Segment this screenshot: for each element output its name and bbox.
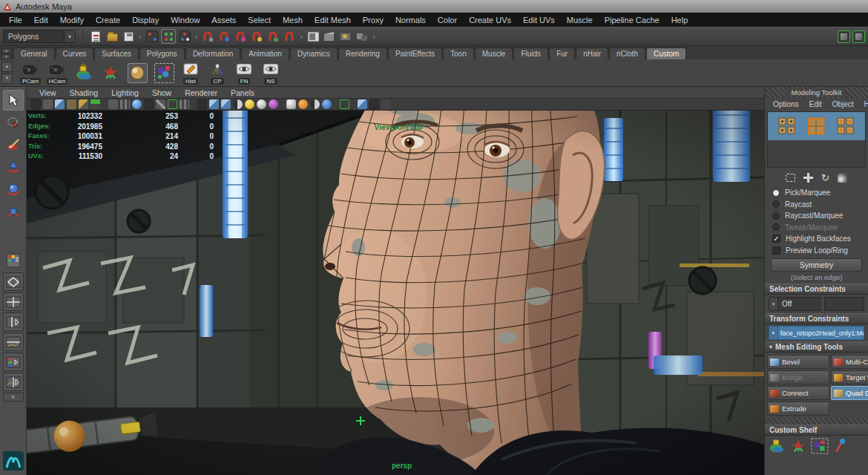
image-plane-icon[interactable] (79, 99, 88, 109)
shaded-mode-icon[interactable] (209, 99, 219, 109)
silhouette-light-icon[interactable] (257, 99, 266, 109)
shelf-tab-ncloth[interactable]: nCloth (609, 48, 645, 59)
xray-joints-icon[interactable] (369, 99, 379, 109)
scale-tool-button[interactable] (3, 201, 24, 222)
camera-attributes-icon[interactable] (55, 99, 65, 109)
chevron-down-icon[interactable]: ▾ (64, 30, 75, 42)
open-scene-button[interactable] (105, 29, 119, 44)
menu-modify[interactable]: Modify (54, 16, 90, 24)
menu-window[interactable]: Window (165, 16, 206, 24)
bookmark-icon[interactable] (67, 99, 76, 109)
film-gate-icon[interactable] (108, 99, 118, 109)
menu-edit[interactable]: Edit (28, 16, 54, 24)
panel-menu-show[interactable]: Show (145, 88, 178, 97)
vertex-mode-button[interactable] (777, 117, 797, 136)
snap-grid-button[interactable] (200, 29, 215, 44)
shelf-tab-animation[interactable]: Animation (241, 48, 289, 59)
soft-select-icon[interactable] (838, 173, 847, 183)
select-camera-icon[interactable] (31, 99, 41, 109)
shelf-tab-curves[interactable]: Curves (56, 48, 94, 59)
face-mode-button[interactable] (836, 117, 855, 136)
lock-camera-icon[interactable] (43, 99, 53, 109)
transform-constraints-header[interactable]: Transform Constraints (765, 313, 868, 324)
target-weld-button[interactable]: Target W (831, 370, 868, 384)
grid-toggle-icon[interactable] (180, 99, 189, 109)
menu-proxy[interactable]: Proxy (357, 16, 389, 24)
shelf-tab-toon[interactable]: Toon (443, 48, 474, 59)
field-chart-icon[interactable] (132, 99, 142, 109)
multisample-icon[interactable] (310, 99, 320, 109)
panel-menu-lighting[interactable]: Lighting (105, 88, 145, 97)
menu-create[interactable]: Create (90, 16, 126, 24)
toggle-attribute-editor-button[interactable] (838, 30, 850, 43)
starburst-icon[interactable] (789, 438, 807, 454)
layout-more-dropdown[interactable]: ▾ (3, 393, 24, 402)
checkbox-checked[interactable]: ✓ (772, 235, 780, 243)
shelf-tab-up-icon[interactable]: ▲ (1, 48, 11, 53)
transform-constraint-field[interactable]: ▾ face_retopo2Head_only1:Me (769, 326, 864, 340)
shelf-button-ns[interactable]: NS (259, 60, 283, 85)
safe-title-icon[interactable] (156, 99, 165, 109)
rotate-tool-button[interactable] (3, 179, 24, 200)
shelf-tab-fluids[interactable]: Fluids (513, 48, 548, 59)
shelf-button-multi-tool[interactable] (152, 60, 176, 85)
depth-of-field-icon[interactable] (322, 99, 332, 109)
menu-create-uvs[interactable]: Create UVs (463, 16, 517, 24)
radio-button[interactable] (772, 200, 780, 208)
radio-button[interactable] (772, 189, 780, 197)
group-breaker[interactable]: › (195, 32, 198, 41)
layout-four-view-button[interactable] (3, 292, 24, 311)
constraint-dropdown[interactable]: ▾ Off (769, 297, 821, 311)
symmetry-button[interactable]: Symmetry (771, 258, 862, 272)
menu-set-selector[interactable]: Polygons ▾ (3, 30, 76, 43)
move-icon[interactable] (803, 173, 813, 183)
layout-graph-persp-button[interactable] (3, 373, 24, 391)
layout-hypershade-button[interactable] (3, 353, 24, 371)
menu-edit-mesh[interactable]: Edit Mesh (309, 16, 357, 24)
save-scene-button[interactable] (121, 29, 136, 44)
toolkit-menu-object[interactable]: Object (827, 100, 859, 108)
render-settings-button[interactable] (355, 29, 369, 44)
resolution-gate-icon[interactable] (120, 99, 130, 109)
shelf-up-icon[interactable]: ▲ (1, 62, 13, 72)
shelf-button-hand-tool[interactable] (72, 60, 96, 85)
raycast-marquee-option[interactable]: Raycast/Marquee (765, 210, 868, 222)
shelf-tab-nhair[interactable]: nHair (576, 48, 608, 59)
gate-mask-icon[interactable] (168, 99, 177, 109)
menu-muscle[interactable]: Muscle (561, 16, 599, 24)
extrude-button[interactable]: Extrude (767, 402, 829, 416)
toolkit-menu-options[interactable]: Options (768, 100, 803, 108)
panel-menu-renderer[interactable]: Renderer (178, 88, 224, 97)
shelf-tab-muscle[interactable]: Muscle (475, 48, 513, 59)
select-component-button[interactable] (177, 29, 192, 44)
radio-button[interactable] (772, 212, 780, 220)
collapse-arrow-icon[interactable]: ▾ (769, 344, 772, 350)
xray-icon[interactable] (358, 99, 367, 109)
wireframe-mode-icon[interactable] (197, 99, 207, 109)
shelf-tab-spinner[interactable]: ▲ ▼ (1, 48, 11, 59)
render-current-frame-button[interactable] (322, 29, 337, 44)
shelf-button-plant-tool[interactable] (99, 60, 122, 85)
panel-menu-view[interactable]: View (33, 88, 63, 97)
select-tool-button[interactable] (3, 90, 24, 111)
shelf-button-cp[interactable]: CP (206, 60, 229, 85)
quad-draw-button[interactable]: Quad Dr (831, 386, 868, 400)
exposure-icon[interactable] (381, 99, 391, 109)
snap-view-plane-button[interactable] (266, 29, 280, 44)
render-view-button[interactable] (306, 29, 320, 44)
shelf-button-hcam[interactable]: HCam (45, 60, 69, 85)
layout-persp-outliner-button[interactable] (3, 312, 24, 331)
chevron-down-icon[interactable]: ▾ (769, 327, 778, 339)
shelf-scroll-widget[interactable]: ▲ ▼ (1, 62, 13, 84)
textured-mode-icon[interactable] (221, 99, 231, 109)
lasso-tool-button[interactable] (3, 112, 24, 133)
select-object-button[interactable] (161, 29, 176, 44)
shelf-tab-fur[interactable]: Fur (549, 48, 575, 59)
shelf-tab-rendering[interactable]: Rendering (338, 48, 387, 59)
safe-action-icon[interactable] (144, 99, 154, 109)
ipr-render-button[interactable] (338, 29, 353, 44)
use-all-lights-icon[interactable] (233, 99, 243, 109)
group-breaker[interactable]: › (372, 32, 375, 41)
checkbox-unchecked[interactable] (772, 246, 780, 255)
shelf-button-hist[interactable]: Hist (179, 60, 203, 85)
